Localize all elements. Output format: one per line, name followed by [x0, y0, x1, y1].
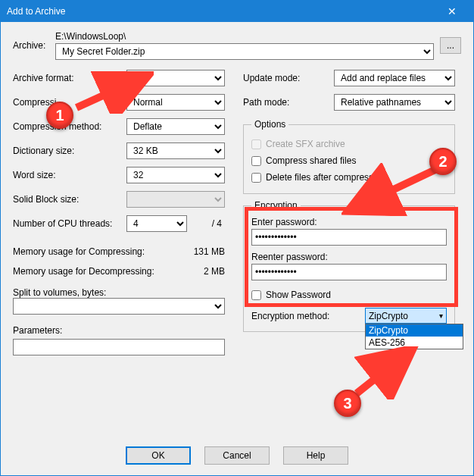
update-mode-label: Update mode:	[243, 73, 334, 83]
ok-button[interactable]: OK	[126, 446, 191, 465]
cpu-total: / 4	[212, 218, 225, 229]
annotation-arrow-3	[349, 346, 425, 399]
encryption-method-label: Encryption method:	[251, 311, 359, 321]
compression-method-select[interactable]: Deflate	[126, 118, 225, 135]
encryption-group: Encryption Enter password: Reenter passw…	[243, 200, 455, 332]
sfx-label: Create SFX archive	[266, 139, 345, 149]
window-title: Add to Archive	[7, 6, 65, 17]
mem-decompress-value: 2 MB	[204, 266, 225, 277]
button-row: OK Cancel Help	[1, 439, 473, 475]
reenter-password-label: Reenter password:	[251, 252, 447, 262]
annotation-arrow-2	[341, 163, 447, 216]
close-icon[interactable]: ✕	[437, 1, 467, 22]
reenter-password-input[interactable]	[251, 264, 447, 280]
annotation-badge-1: 1	[46, 102, 73, 129]
solid-block-select	[126, 191, 225, 208]
cancel-button[interactable]: Cancel	[204, 446, 270, 465]
mem-compress-value: 131 MB	[194, 246, 225, 257]
delete-after-checkbox[interactable]	[251, 173, 261, 183]
archive-path: E:\WindowsLoop\	[55, 31, 434, 42]
parameters-label: Parameters:	[13, 325, 225, 336]
help-button[interactable]: Help	[283, 446, 348, 465]
word-size-select[interactable]: 32	[126, 167, 225, 183]
cpu-threads-label: Number of CPU threads:	[13, 218, 126, 229]
enc-option-zipcrypto[interactable]: ZipCrypto	[366, 324, 463, 337]
update-mode-select[interactable]: Add and replace files	[334, 70, 455, 86]
window: Add to Archive ✕ Archive: E:\WindowsLoop…	[0, 0, 474, 476]
path-mode-select[interactable]: Relative pathnames	[334, 94, 455, 111]
svg-line-5	[357, 352, 408, 393]
svg-line-1	[76, 77, 143, 108]
annotation-arrow-1	[70, 71, 154, 114]
mem-decompress-label: Memory usage for Decompressing:	[13, 266, 154, 277]
browse-button[interactable]: ...	[440, 37, 461, 54]
options-legend: Options	[251, 119, 288, 130]
dictionary-size-select[interactable]: 32 KB	[126, 142, 225, 159]
solid-block-label: Solid Block size:	[13, 194, 126, 205]
encryption-method-select[interactable]: ZipCrypto ▾	[365, 308, 447, 324]
enter-password-input[interactable]	[251, 229, 447, 246]
split-label: Split to volumes, bytes:	[13, 287, 225, 298]
chevron-down-icon: ▾	[439, 312, 443, 320]
annotation-badge-3: 3	[334, 390, 361, 417]
path-mode-label: Path mode:	[243, 97, 334, 108]
archive-name-select[interactable]: My Secret Folder.zip	[55, 43, 434, 60]
content: Archive: E:\WindowsLoop\ My Secret Folde…	[1, 22, 473, 439]
encryption-method-dropdown: ZipCrypto AES-256	[365, 324, 463, 349]
dictionary-size-label: Dictionary size:	[13, 146, 126, 156]
parameters-input[interactable]	[13, 339, 225, 355]
encryption-legend: Encryption	[251, 200, 301, 211]
compress-shared-checkbox[interactable]	[251, 156, 261, 166]
mem-compress-label: Memory usage for Compressing:	[13, 246, 145, 257]
split-volumes-select[interactable]	[13, 298, 225, 315]
cpu-threads-select[interactable]: 4	[126, 215, 187, 232]
word-size-label: Word size:	[13, 170, 126, 180]
enter-password-label: Enter password:	[251, 217, 447, 227]
archive-label: Archive:	[13, 40, 55, 51]
sfx-checkbox	[251, 139, 261, 149]
show-password-checkbox[interactable]	[251, 290, 261, 300]
annotation-badge-2: 2	[429, 148, 457, 175]
archive-row: Archive: E:\WindowsLoop\ My Secret Folde…	[13, 31, 461, 60]
svg-line-3	[354, 168, 440, 208]
show-password-label: Show Password	[266, 290, 331, 300]
titlebar: Add to Archive ✕	[1, 1, 473, 22]
